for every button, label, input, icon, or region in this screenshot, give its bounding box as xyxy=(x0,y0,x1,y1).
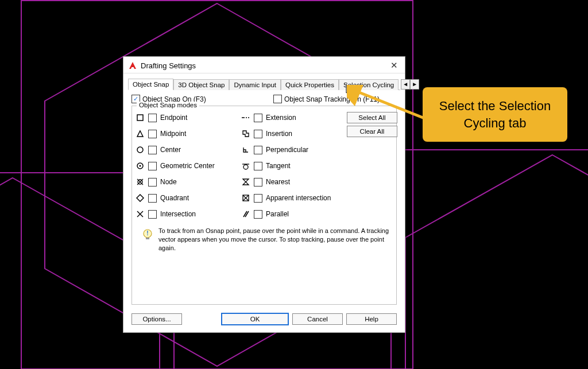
svg-line-22 xyxy=(245,211,249,217)
intersection-checkbox[interactable]: Intersection xyxy=(136,208,238,220)
svg-text:!: ! xyxy=(146,230,148,236)
tab-scroll-buttons: ◄ ► xyxy=(401,79,419,90)
parallel-checkbox[interactable]: Parallel xyxy=(241,208,343,220)
nearest-checkbox[interactable]: Nearest xyxy=(241,176,343,188)
osnap-modes-group: Object Snap modes Endpoint Midpoint xyxy=(131,106,397,305)
checkbox-icon xyxy=(254,210,262,219)
select-all-button[interactable]: Select All xyxy=(347,112,397,123)
perpendicular-checkbox[interactable]: Perpendicular xyxy=(241,144,343,156)
tab-scroll-right[interactable]: ► xyxy=(410,79,419,90)
options-button[interactable]: Options... xyxy=(131,313,182,325)
snap-label: Quadrant xyxy=(160,194,189,202)
tab-bar: Object Snap 3D Object Snap Dynamic Input… xyxy=(128,78,400,90)
svg-point-14 xyxy=(248,117,249,118)
snap-label: Intersection xyxy=(160,210,196,218)
tracking-tip: ! To track from an Osnap point, pause ov… xyxy=(136,226,393,254)
insertion-icon xyxy=(241,129,250,138)
checkbox-icon xyxy=(254,130,262,138)
object-snap-tracking-on-checkbox[interactable]: Object Snap Tracking On (F11) xyxy=(273,95,380,103)
tab-dynamic-input[interactable]: Dynamic Input xyxy=(229,79,281,90)
tangent-checkbox[interactable]: Tangent xyxy=(241,160,343,172)
object-snap-tracking-on-label: Object Snap Tracking On (F11) xyxy=(284,95,380,103)
svg-point-6 xyxy=(140,165,141,167)
intersection-icon xyxy=(136,209,145,219)
snap-label: Parallel xyxy=(266,210,289,218)
tangent-icon xyxy=(241,161,250,170)
checkbox-icon xyxy=(254,146,262,154)
dialog-body: Object Snap On (F3) Object Snap Tracking… xyxy=(123,90,405,307)
checkbox-icon xyxy=(273,95,282,103)
checkbox-icon xyxy=(148,194,157,203)
cancel-button[interactable]: Cancel xyxy=(292,313,343,325)
button-row: Options... OK Cancel Help xyxy=(123,307,405,332)
close-button[interactable]: ✕ xyxy=(388,60,400,71)
snap-label: Geometric Center xyxy=(160,162,215,170)
checkbox-icon xyxy=(254,162,262,170)
midpoint-checkbox[interactable]: Midpoint xyxy=(136,128,238,139)
center-icon xyxy=(136,145,145,154)
titlebar: Drafting Settings ✕ xyxy=(123,57,405,73)
endpoint-icon xyxy=(136,113,145,122)
checkbox-icon xyxy=(254,178,262,187)
extension-checkbox[interactable]: Extension xyxy=(241,112,343,123)
snap-label: Perpendicular xyxy=(266,146,308,154)
snap-label: Nearest xyxy=(266,178,290,186)
node-icon xyxy=(136,177,145,187)
svg-point-13 xyxy=(246,117,247,118)
quadrant-icon xyxy=(136,193,145,203)
dialog-title: Drafting Settings xyxy=(141,61,388,70)
snap-label: Center xyxy=(160,146,181,154)
apparent-intersection-checkbox[interactable]: Apparent intersection xyxy=(241,192,343,204)
autocad-icon xyxy=(128,61,137,70)
help-button[interactable]: Help xyxy=(346,313,397,325)
checkbox-icon xyxy=(148,146,157,154)
geometric-center-icon xyxy=(136,161,145,170)
tab-3d-object-snap[interactable]: 3D Object Snap xyxy=(173,79,229,90)
geometric-center-checkbox[interactable]: Geometric Center xyxy=(136,160,238,172)
parallel-icon xyxy=(241,209,250,219)
checkbox-icon xyxy=(148,114,157,122)
lightbulb-icon: ! xyxy=(141,228,154,244)
clear-all-button[interactable]: Clear All xyxy=(347,126,397,137)
tab-scroll-left[interactable]: ◄ xyxy=(401,79,410,90)
svg-marker-2 xyxy=(405,155,588,369)
nearest-icon xyxy=(241,177,250,187)
checkbox-icon xyxy=(148,162,157,170)
apparent-intersection-icon xyxy=(241,193,250,203)
svg-line-21 xyxy=(243,211,247,217)
tab-selection-cycling[interactable]: Selection Cycling xyxy=(339,79,399,90)
extension-icon xyxy=(241,113,250,122)
svg-point-16 xyxy=(243,165,248,169)
endpoint-checkbox[interactable]: Endpoint xyxy=(136,112,238,123)
checkbox-icon xyxy=(254,114,262,122)
tab-quick-properties[interactable]: Quick Properties xyxy=(281,79,339,90)
snap-label: Insertion xyxy=(266,130,292,138)
quadrant-checkbox[interactable]: Quadrant xyxy=(136,192,238,204)
snap-label: Node xyxy=(160,178,177,186)
snap-label: Endpoint xyxy=(160,114,187,122)
instruction-callout: Select the Selection Cycling tab xyxy=(423,87,567,142)
perpendicular-icon xyxy=(241,145,250,154)
snap-label: Midpoint xyxy=(160,130,186,138)
node-checkbox[interactable]: Node xyxy=(136,176,238,188)
tip-text: To track from an Osnap point, pause over… xyxy=(158,227,390,253)
osnap-modes-legend: Object Snap modes xyxy=(137,102,199,108)
svg-rect-3 xyxy=(137,115,143,121)
snap-label: Apparent intersection xyxy=(266,194,331,202)
center-checkbox[interactable]: Center xyxy=(136,144,238,156)
svg-point-4 xyxy=(137,147,143,153)
callout-text: Select the Selection Cycling tab xyxy=(439,99,551,130)
checkbox-icon xyxy=(148,210,157,219)
insertion-checkbox[interactable]: Insertion xyxy=(241,128,343,139)
checkbox-icon xyxy=(148,178,157,187)
checkbox-icon xyxy=(254,194,262,203)
midpoint-icon xyxy=(136,129,145,138)
snap-label: Tangent xyxy=(266,162,291,170)
ok-button[interactable]: OK xyxy=(221,313,289,325)
drafting-settings-dialog: Drafting Settings ✕ Object Snap 3D Objec… xyxy=(123,56,405,333)
checkbox-icon xyxy=(148,130,157,138)
snap-label: Extension xyxy=(266,114,296,122)
tab-object-snap[interactable]: Object Snap xyxy=(128,79,173,90)
